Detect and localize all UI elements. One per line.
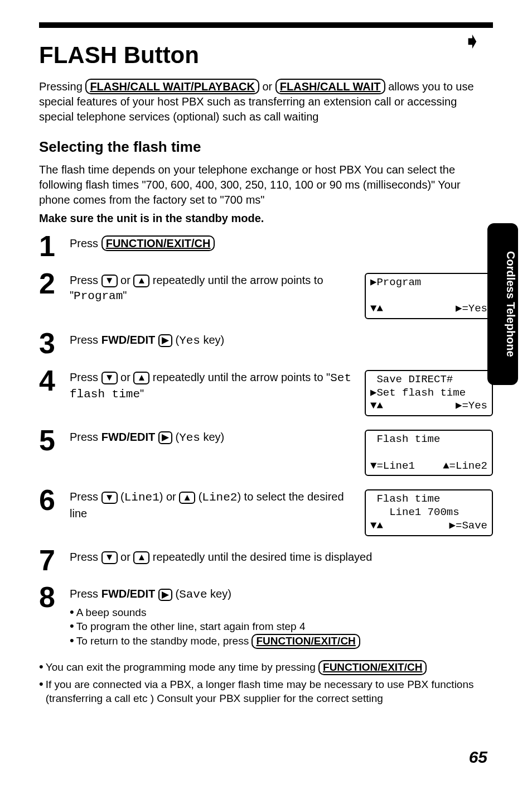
lcd-nav-right: ▲=Line2	[443, 460, 487, 473]
side-tab-label: Cordless Telephone	[489, 224, 517, 384]
bullet-item: To return to the standby mode, press FUN…	[70, 634, 493, 649]
lcd-display: Flash time Line1 700ms ▼▲ ▶=Save	[365, 489, 493, 536]
step-number: 2	[39, 271, 70, 297]
fwd-edit-label: FWD/EDIT	[101, 588, 156, 600]
steps-list: 1 Press FUNCTION/EXIT/CH 2 Press ▼ or ▲ …	[39, 233, 493, 649]
text: or	[118, 274, 134, 286]
lcd-nav-left: ▼▲	[370, 302, 383, 316]
text: (	[118, 490, 124, 503]
step-text: Press FWD/EDIT ▶ (Yes key)	[70, 430, 359, 446]
text: (	[172, 431, 179, 443]
text: or	[118, 551, 134, 563]
text: Press	[70, 588, 101, 600]
function-exit-key: FUNCTION/EXIT/CH	[318, 660, 427, 675]
step-number: 1	[39, 233, 70, 259]
step-4: 4 Press ▼ or ▲ repeatedly until the arro…	[39, 368, 493, 416]
step-text: Press ▼ (Line1) or ▲ (Line2) to select t…	[70, 489, 359, 521]
text: "	[123, 289, 127, 301]
lcd-line: Save DIRECT#	[370, 373, 487, 387]
bullet-item: A beep sounds	[70, 605, 493, 620]
lcd-nav-right: ▶=Save	[449, 519, 487, 533]
step-5: 5 Press FWD/EDIT ▶ (Yes key) Flash time …	[39, 427, 493, 476]
text: (	[172, 334, 179, 346]
step-number: 8	[39, 584, 70, 610]
text: (	[172, 588, 179, 600]
text: key)	[207, 588, 231, 600]
up-arrow-key: ▲	[133, 372, 149, 384]
step-6: 6 Press ▼ (Line1) or ▲ (Line2) to select…	[39, 487, 493, 536]
flash-wait-key: FLASH/CALL WAIT	[275, 79, 385, 94]
play-arrow-key: ▶	[158, 334, 172, 347]
text: Press	[70, 334, 101, 346]
page-title: FLASH Button	[39, 42, 493, 69]
step-number: 6	[39, 487, 70, 513]
flash-playback-key: FLASH/CALL WAIT/PLAYBACK	[85, 79, 259, 94]
lcd-nav-right: ▶=Yes	[456, 302, 487, 316]
side-tab: Cordless Telephone	[487, 223, 518, 385]
text: Press	[70, 237, 101, 249]
function-exit-key: FUNCTION/EXIT/CH	[101, 235, 215, 251]
page-arrow-icon: ➧	[463, 28, 482, 54]
bullet-text: To program the other line, start again f…	[76, 619, 306, 634]
step-text: Press FUNCTION/EXIT/CH	[70, 235, 493, 251]
header-rule	[39, 22, 493, 28]
text: Press	[70, 274, 101, 286]
step-text: Press ▼ or ▲ repeatedly until the desire…	[70, 550, 493, 565]
lcd-nav-left: ▼▲	[370, 400, 383, 413]
intro-text-2: or	[259, 80, 275, 93]
text: Press	[70, 431, 101, 443]
footnote-text: You can exit the programming mode any ti…	[46, 661, 318, 673]
step-1: 1 Press FUNCTION/EXIT/CH	[39, 233, 493, 259]
lcd-line: ▶Program	[370, 276, 487, 290]
text: Press	[70, 551, 101, 563]
page-number: 65	[469, 748, 487, 767]
step-2: 2 Press ▼ or ▲ repeatedly until the arro…	[39, 271, 493, 319]
intro-text-1: Pressing	[39, 80, 85, 93]
down-arrow-key: ▼	[101, 372, 118, 384]
footnote-item: If you are connected via a PBX, a longer…	[39, 677, 493, 706]
text: key)	[200, 431, 224, 443]
text: repeatedly until the arrow points to "	[149, 371, 330, 383]
text: or	[118, 371, 134, 383]
mono-text: Yes	[179, 431, 200, 444]
step-number: 5	[39, 427, 70, 454]
down-arrow-key: ▼	[101, 275, 118, 287]
mono-text: Yes	[179, 334, 200, 347]
mono-text: Line2	[202, 491, 237, 504]
fwd-edit-label: FWD/EDIT	[101, 431, 156, 443]
footnotes: You can exit the programming mode any ti…	[39, 660, 493, 706]
lcd-nav-left: ▼▲	[370, 519, 383, 533]
section-heading: Selecting the flash time	[39, 138, 493, 156]
step-number: 7	[39, 547, 70, 574]
step-number: 3	[39, 330, 70, 357]
down-arrow-key: ▼	[101, 551, 118, 564]
mono-text: Line1	[124, 491, 159, 504]
step-text: Press FWD/EDIT ▶ (Yes key)	[70, 333, 493, 349]
lcd-line	[370, 446, 487, 460]
body-paragraph: The flash time depends on your telephone…	[39, 162, 493, 208]
lcd-display: Save DIRECT# ▶Set flash time ▼▲ ▶=Yes	[365, 370, 493, 416]
up-arrow-key: ▲	[133, 275, 149, 287]
step-8: 8 Press FWD/EDIT ▶ (Save key) A beep sou…	[39, 584, 493, 648]
play-arrow-key: ▶	[158, 589, 172, 602]
footnote-text: If you are connected via a PBX, a longer…	[46, 677, 493, 706]
up-arrow-key: ▲	[133, 551, 149, 564]
step-bullets: A beep sounds To program the other line,…	[70, 605, 493, 649]
mono-text: Save	[179, 588, 207, 601]
text: "	[140, 387, 144, 400]
text: Press	[70, 490, 101, 503]
lcd-line: Flash time	[370, 493, 487, 506]
lcd-display: ▶Program ▼▲ ▶=Yes	[365, 273, 493, 319]
bullet-text: To return to the standby mode, press	[76, 635, 252, 647]
fwd-edit-label: FWD/EDIT	[101, 334, 156, 346]
lcd-line: Flash time	[370, 433, 487, 446]
down-arrow-key: ▼	[101, 492, 118, 504]
mono-text: Program	[74, 290, 123, 302]
text: key)	[200, 334, 224, 346]
step-text: Press ▼ or ▲ repeatedly until the arrow …	[70, 370, 359, 403]
play-arrow-key: ▶	[158, 431, 172, 444]
text: (	[195, 490, 202, 503]
step-text: Press ▼ or ▲ repeatedly until the arrow …	[70, 273, 359, 304]
text: repeatedly until the desired time is dis…	[149, 551, 372, 563]
step-3: 3 Press FWD/EDIT ▶ (Yes key)	[39, 330, 493, 357]
